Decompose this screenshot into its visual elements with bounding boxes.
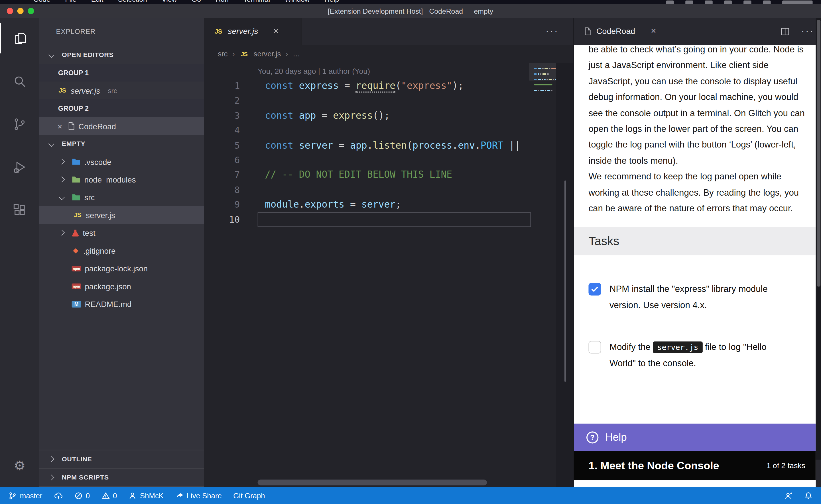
editor-horizontal-scrollbar[interactable] — [258, 480, 487, 485]
tree-item-node-modules[interactable]: node_modules — [39, 171, 204, 188]
source-control-icon — [13, 117, 27, 131]
lesson-progress: 1 of 2 tasks — [767, 461, 805, 470]
code-line-10[interactable]: 10 — [204, 212, 573, 227]
menu-help[interactable]: Help — [324, 0, 339, 3]
menu-view[interactable]: View — [162, 0, 177, 3]
coderoad-tabbar[interactable]: CodeRoad × ··· — [574, 18, 821, 45]
tree-item--vscode[interactable]: .vscode — [39, 153, 204, 170]
zoom-window-button[interactable] — [28, 8, 34, 14]
statusbar-label: 0 — [86, 491, 90, 500]
statusbar-errors[interactable]: 0 — [74, 487, 90, 504]
code-line-5[interactable]: 5const server = app.listen(process.env.P… — [204, 138, 573, 153]
activitybar-source-control[interactable] — [0, 109, 39, 139]
code-line-8[interactable]: 8 — [204, 183, 573, 197]
cloud-upload-icon — [54, 491, 63, 500]
breadcrumb-file[interactable]: server.js — [254, 50, 281, 58]
help-bar[interactable]: ? Help — [574, 424, 816, 451]
code-line-7[interactable]: 7// -- DO NOT EDIT BELOW THIS LINE — [204, 167, 573, 182]
code-line-6[interactable]: 6 — [204, 153, 573, 167]
webview-scrollbar[interactable] — [816, 18, 821, 460]
activitybar-run-and-debug[interactable] — [0, 152, 39, 182]
menu-run[interactable]: Run — [216, 0, 229, 3]
task-checkbox[interactable] — [588, 283, 601, 296]
statusbar-warnings[interactable]: 0 — [101, 487, 117, 504]
code-chip: server.js — [653, 342, 703, 353]
section-npm-scripts[interactable]: NPM SCRIPTS — [39, 469, 204, 487]
workspace-root-header[interactable]: EMPTY — [39, 135, 204, 153]
statusbar-account[interactable]: ShMcK — [128, 487, 163, 504]
webview-scrollbar-thumb[interactable] — [817, 20, 820, 287]
workbench: ⚙ EXPLORER OPEN EDITORSGROUP 1JSserver.j… — [0, 18, 821, 487]
breadcrumb-separator-icon: › — [286, 50, 288, 58]
menu-file[interactable]: File — [65, 0, 76, 3]
tree-item-src[interactable]: src — [39, 188, 204, 206]
menu-edit[interactable]: Edit — [91, 0, 103, 3]
code-line-9[interactable]: 9module.exports = server; — [204, 197, 573, 212]
task-list: NPM install the "express" library module… — [588, 282, 807, 371]
code-editor[interactable]: You, 20 days ago | 1 author (You)1const … — [204, 63, 573, 487]
activitybar-extensions[interactable] — [0, 194, 39, 225]
editor-vertical-scrollbar[interactable] — [564, 181, 566, 382]
open-editors-header[interactable]: OPEN EDITORS — [39, 46, 204, 64]
statusbar-branch[interactable]: master — [8, 487, 42, 504]
tree-item-label: .gitignore — [83, 246, 115, 255]
close-window-button[interactable] — [7, 8, 13, 14]
split-editor-icon[interactable] — [781, 27, 790, 36]
activitybar-explorer[interactable] — [0, 23, 40, 54]
statusbar-publish[interactable] — [54, 487, 63, 504]
code-line-3[interactable]: 3const app = express(); — [204, 108, 573, 123]
task-checkbox[interactable] — [588, 341, 601, 354]
minimize-window-button[interactable] — [17, 8, 24, 14]
statusbar-git-graph[interactable]: Git Graph — [233, 487, 265, 504]
lesson-footer[interactable]: 1. Meet the Node Console 1 of 2 tasks — [574, 451, 816, 480]
open-editor-coderoad[interactable]: ×CodeRoad — [39, 117, 204, 135]
folder-node-icon — [72, 176, 81, 183]
open-editor-server-js[interactable]: JSserver.jssrc — [39, 82, 204, 99]
code-line-2[interactable]: 2 — [204, 93, 573, 108]
sidebar-title: EXPLORER — [39, 23, 204, 46]
tree-item-test[interactable]: test — [39, 224, 204, 241]
statusbar-left: master00ShMcKLive ShareGit Graph — [8, 487, 265, 504]
menu-window[interactable]: Window — [285, 0, 310, 3]
tree-item-package-json[interactable]: npmpackage.json — [39, 277, 204, 295]
tree-item-package-lock-json[interactable]: npmpackage-lock.json — [39, 259, 204, 277]
menubar-status-icon — [744, 1, 751, 4]
activity-bar: ⚙ — [0, 18, 39, 487]
menubar-clock — [782, 1, 813, 4]
code-line-1[interactable]: 1const express = require("express"); — [204, 79, 573, 93]
tree-item-readme-md[interactable]: MREADME.md — [39, 295, 204, 313]
settings-gear-icon[interactable]: ⚙ — [0, 452, 39, 479]
window-titlebar[interactable]: [Extension Development Host] - CodeRoad … — [0, 4, 821, 18]
statusbar-feedback[interactable] — [784, 487, 793, 504]
minimap[interactable] — [532, 63, 556, 131]
tree-item-server-js[interactable]: JSserver.js — [39, 206, 204, 224]
editor-more-actions-button[interactable]: ··· — [546, 18, 559, 45]
statusbar-notifications[interactable] — [804, 487, 812, 504]
close-tab-icon[interactable]: × — [273, 26, 279, 37]
code-line-4[interactable]: 4 — [204, 123, 573, 138]
menu-go[interactable]: Go — [191, 0, 201, 3]
menu-selection[interactable]: Selection — [118, 0, 147, 3]
tab-server-js[interactable]: JS server.js × — [204, 18, 302, 45]
statusbar-live-share[interactable]: Live Share — [175, 487, 222, 504]
statusbar-label: Live Share — [187, 491, 222, 500]
workspace-root-label: EMPTY — [62, 140, 85, 147]
coderoad-more-actions-button[interactable]: ··· — [801, 26, 814, 37]
menu-code[interactable]: Code — [34, 0, 50, 3]
tree-item-label: package-lock.json — [85, 264, 148, 273]
section-outline[interactable]: OUTLINE — [39, 450, 204, 468]
breadcrumb-more[interactable]: … — [293, 50, 300, 58]
breadcrumb[interactable]: src › JS server.js › … — [204, 45, 573, 63]
close-coderoad-tab-icon[interactable]: × — [651, 26, 656, 37]
task-item-1: NPM install the "express" library module… — [588, 282, 807, 314]
breadcrumb-folder[interactable]: src — [218, 50, 228, 58]
close-editor-icon[interactable]: × — [58, 122, 62, 130]
tree-item--gitignore[interactable]: .gitignore — [39, 242, 204, 259]
activitybar-search[interactable] — [0, 66, 39, 96]
menu-terminal[interactable]: Terminal — [243, 0, 270, 3]
js-file-icon: JS — [240, 49, 249, 59]
code-text: module.exports = server; — [265, 197, 401, 212]
npm-file-icon: npm — [72, 283, 81, 289]
lesson-paragraph: We recommend to keep the log panel open … — [588, 169, 807, 217]
traffic-lights — [0, 4, 34, 18]
